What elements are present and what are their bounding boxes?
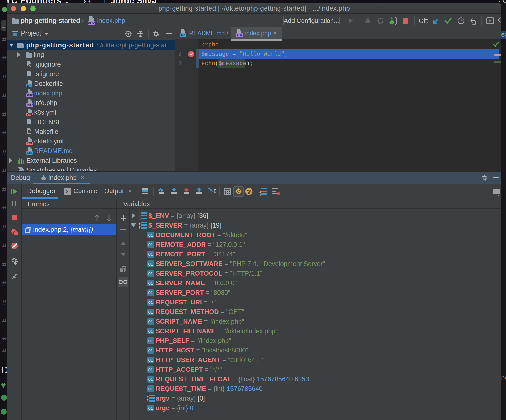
svg-text:01: 01 bbox=[148, 291, 153, 295]
svg-text:01: 01 bbox=[148, 377, 153, 382]
svg-text:01: 01 bbox=[148, 320, 153, 324]
svg-text:PHP: PHP bbox=[27, 103, 33, 107]
svg-text:1: 1 bbox=[260, 187, 261, 190]
svg-text:3: 3 bbox=[139, 217, 140, 220]
svg-text:01: 01 bbox=[148, 310, 153, 314]
svg-text:D: D bbox=[27, 84, 29, 87]
svg-text:PHP: PHP bbox=[27, 94, 33, 97]
svg-text:01: 01 bbox=[148, 281, 153, 286]
svg-text:MD: MD bbox=[27, 151, 32, 155]
svg-text:3: 3 bbox=[260, 193, 261, 196]
svg-text:PHP: PHP bbox=[237, 34, 243, 37]
svg-text:01: 01 bbox=[148, 233, 153, 238]
svg-text:01: 01 bbox=[148, 300, 153, 305]
svg-text:01: 01 bbox=[148, 339, 153, 343]
svg-text:@: @ bbox=[246, 189, 251, 194]
svg-text:MD: MD bbox=[181, 34, 186, 37]
svg-text:YML: YML bbox=[27, 113, 33, 116]
svg-text:01: 01 bbox=[148, 243, 153, 247]
svg-text:C: C bbox=[237, 189, 240, 193]
svg-text:3: 3 bbox=[147, 400, 149, 402]
svg-text:PHP: PHP bbox=[88, 21, 95, 25]
svg-text:01: 01 bbox=[148, 406, 153, 411]
svg-text:01: 01 bbox=[148, 358, 153, 363]
svg-text:01: 01 bbox=[148, 329, 153, 334]
svg-text:01: 01 bbox=[148, 368, 153, 372]
svg-text:01: 01 bbox=[148, 272, 153, 276]
svg-text:01: 01 bbox=[148, 348, 153, 353]
svg-text:01: 01 bbox=[148, 387, 153, 391]
svg-text:01: 01 bbox=[148, 262, 153, 267]
svg-text:01: 01 bbox=[148, 252, 153, 257]
svg-text:2: 2 bbox=[260, 190, 261, 193]
svg-text:YML: YML bbox=[27, 142, 33, 145]
svg-text:3: 3 bbox=[139, 227, 140, 229]
